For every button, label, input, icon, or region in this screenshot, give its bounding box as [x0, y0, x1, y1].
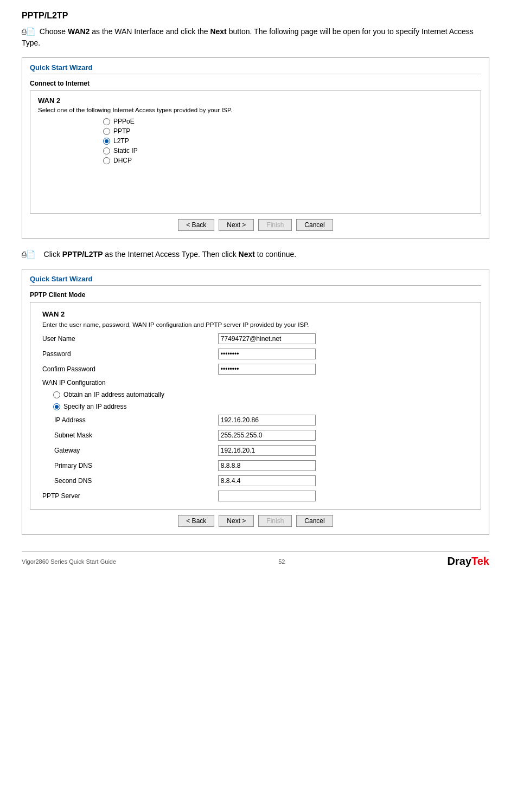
radio-l2tp[interactable]: L2TP	[103, 137, 473, 145]
username-value-cell	[214, 331, 473, 346]
radio-staticip-circle	[103, 147, 110, 154]
section1-instruction: ⎙📄 Choose WAN2 as the WAN Interface and …	[22, 26, 489, 49]
wizard2-cancel-button[interactable]: Cancel	[296, 515, 333, 527]
page-title: PPTP/L2TP	[22, 11, 489, 21]
radio-pppoe-label: PPPoE	[113, 118, 135, 125]
username-label: User Name	[38, 331, 214, 346]
subnet-mask-row: Subnet Mask	[38, 428, 473, 443]
wan-ip-config-label: WAN IP Configuration	[38, 377, 214, 389]
radio-specify[interactable]: Specify an IP address	[42, 403, 469, 410]
confirm-password-row: Confirm Password	[38, 362, 473, 377]
wan2-subtitle-row: Enter the user name, password, WAN IP co…	[38, 319, 473, 331]
radio-obtain-auto-label: Obtain an IP address automatically	[63, 391, 164, 398]
radio-pptp-label: PPTP	[113, 127, 130, 135]
radio-specify-label: Specify an IP address	[63, 403, 127, 410]
obtain-auto-row: Obtain an IP address automatically	[38, 389, 473, 401]
gateway-value-cell	[214, 443, 473, 458]
wizard1-title: Quick Start Wizard	[30, 63, 481, 72]
step1-icon: ⎙📄	[22, 27, 35, 36]
wizard1-next-button[interactable]: Next >	[219, 219, 254, 231]
second-dns-value-cell	[214, 473, 473, 488]
radio-dhcp-circle	[103, 157, 110, 164]
subnet-mask-label: Subnet Mask	[38, 428, 214, 443]
subnet-mask-value-cell	[214, 428, 473, 443]
radio-dhcp[interactable]: DHCP	[103, 157, 473, 164]
primary-dns-value-cell	[214, 458, 473, 473]
username-input[interactable]	[218, 333, 316, 344]
username-row: User Name	[38, 331, 473, 346]
password-label: Password	[38, 346, 214, 362]
radio-pptp[interactable]: PPTP	[103, 127, 473, 135]
radio-obtain-auto[interactable]: Obtain an IP address automatically	[42, 391, 469, 398]
gateway-row: Gateway	[38, 443, 473, 458]
ip-address-value-cell	[214, 413, 473, 428]
wan2-title-row: WAN 2	[38, 308, 473, 319]
wizard2-back-button[interactable]: < Back	[178, 515, 214, 527]
ip-address-label: IP Address	[38, 413, 214, 428]
wizard2-title: Quick Start Wizard	[30, 275, 481, 283]
wizard1-wan-box: WAN 2 Select one of the following Intern…	[30, 91, 481, 214]
wizard2-section-label: PPTP Client Mode	[30, 291, 481, 299]
wizard2-next-button[interactable]: Next >	[219, 515, 254, 527]
pptp-server-value-cell	[214, 488, 473, 504]
confirm-password-label: Confirm Password	[38, 362, 214, 377]
logo-tek: Tek	[471, 555, 489, 567]
gateway-input[interactable]	[218, 445, 316, 456]
wizard2-box: Quick Start Wizard PPTP Client Mode WAN …	[22, 269, 489, 535]
wizard2-finish-button[interactable]: Finish	[258, 515, 292, 527]
wizard2-wan-box: WAN 2 Enter the user name, password, WAN…	[30, 302, 481, 510]
gateway-label: Gateway	[38, 443, 214, 458]
radio-pppoe[interactable]: PPPoE	[103, 118, 473, 125]
radio-l2tp-label: L2TP	[113, 137, 129, 145]
confirm-password-input[interactable]	[218, 364, 316, 375]
primary-dns-row: Primary DNS	[38, 458, 473, 473]
logo-dray: Dray	[448, 555, 471, 567]
primary-dns-label: Primary DNS	[38, 458, 214, 473]
password-input[interactable]	[218, 349, 316, 359]
second-dns-label: Second DNS	[38, 473, 214, 488]
wizard1-section-label: Connect to Internet	[30, 80, 481, 87]
radio-dhcp-label: DHCP	[113, 157, 132, 164]
wizard1-finish-button[interactable]: Finish	[258, 219, 292, 231]
radio-pppoe-circle	[103, 118, 110, 125]
password-value-cell	[214, 346, 473, 362]
wizard2-btn-row: < Back Next > Finish Cancel	[30, 515, 481, 527]
section2-instruction: ⎙📄 Click PPTP/L2TP as the Internet Acces…	[22, 249, 489, 260]
wizard1-radio-group: PPPoE PPTP L2TP Static IP DHCP	[38, 118, 473, 164]
page-number: 52	[278, 558, 285, 565]
wizard2-form-table: WAN 2 Enter the user name, password, WAN…	[38, 308, 473, 504]
subnet-mask-input[interactable]	[218, 430, 316, 441]
specify-cell: Specify an IP address	[38, 401, 473, 413]
wizard1-cancel-button[interactable]: Cancel	[296, 219, 333, 231]
confirm-password-value-cell	[214, 362, 473, 377]
wan-ip-config-row: WAN IP Configuration	[38, 377, 473, 389]
ip-address-row: IP Address	[38, 413, 473, 428]
wizard1-wan-title: WAN 2	[38, 96, 473, 105]
radio-l2tp-circle	[103, 138, 110, 145]
wan-ip-config-value-cell	[214, 377, 473, 389]
pptp-server-row: PPTP Server	[38, 488, 473, 504]
radio-specify-circle	[53, 403, 60, 410]
page-footer: Vigor2860 Series Quick Start Guide 52 Dr…	[22, 551, 489, 568]
second-dns-row: Second DNS	[38, 473, 473, 488]
wizard1-wan-subtitle: Select one of the following Internet Acc…	[38, 107, 473, 113]
primary-dns-input[interactable]	[218, 460, 316, 471]
pptp-server-input[interactable]	[218, 491, 316, 501]
wizard1-btn-row: < Back Next > Finish Cancel	[30, 219, 481, 231]
specify-row: Specify an IP address	[38, 401, 473, 413]
draytek-logo: DrayTek	[448, 555, 489, 568]
radio-obtain-auto-circle	[53, 391, 60, 398]
ip-address-input[interactable]	[218, 415, 316, 426]
wizard1-box: Quick Start Wizard Connect to Internet W…	[22, 57, 489, 239]
password-row: Password	[38, 346, 473, 362]
wan2-subtitle-cell: Enter the user name, password, WAN IP co…	[38, 319, 473, 331]
radio-staticip-label: Static IP	[113, 147, 138, 154]
wizard1-back-button[interactable]: < Back	[178, 219, 214, 231]
radio-staticip[interactable]: Static IP	[103, 147, 473, 154]
step2-icon: ⎙📄	[22, 250, 35, 259]
footer-text: Vigor2860 Series Quick Start Guide	[22, 558, 116, 565]
second-dns-input[interactable]	[218, 475, 316, 486]
radio-pptp-circle	[103, 128, 110, 135]
wan2-title-cell: WAN 2	[38, 308, 473, 319]
obtain-auto-cell: Obtain an IP address automatically	[38, 389, 473, 401]
